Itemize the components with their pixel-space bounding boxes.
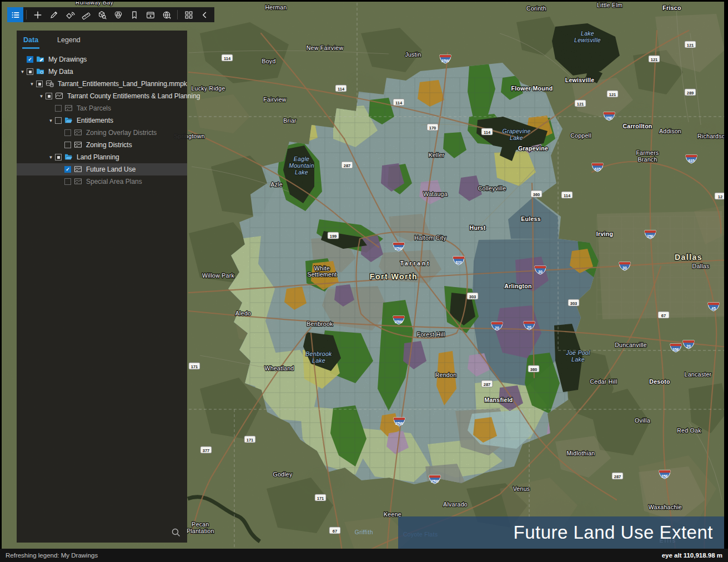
map-label: Watauga [423, 190, 448, 197]
svg-text:377: 377 [203, 448, 210, 453]
route-shield: 287 [342, 162, 353, 168]
tree-item-tarrant-entitlements-land-planning-mmpk[interactable]: ▼Tarrant_Entitlements_Land_Planning.mmpk [17, 78, 187, 90]
collapse-toolbar-button[interactable] [197, 7, 213, 22]
interstate-shield: 35W [440, 55, 451, 63]
map-label: Farmers [636, 149, 659, 156]
measure-button[interactable] [78, 7, 94, 22]
folder-open-icon [64, 153, 74, 161]
map-label: Richardson [697, 133, 728, 139]
map-label: Aledo [235, 310, 251, 317]
route-shield: 289 [685, 89, 696, 96]
visibility-checkbox[interactable] [64, 166, 71, 173]
map-icon [55, 92, 64, 100]
svg-text:35W: 35W [395, 422, 404, 425]
map-label: Benbrook [307, 320, 333, 327]
svg-text:114: 114 [564, 193, 571, 198]
svg-text:35W: 35W [431, 479, 439, 483]
route-shield: 171 [315, 494, 326, 501]
table-of-contents-button[interactable] [7, 7, 23, 22]
map-label: Lucky Ridge [191, 85, 225, 92]
visibility-checkbox[interactable] [55, 154, 62, 160]
map-label: Briar [283, 117, 297, 124]
route-shield: 377 [200, 446, 212, 453]
add-data-button[interactable] [29, 7, 46, 22]
map-label: Dallas [692, 263, 710, 269]
collapse-arrow[interactable]: ▼ [47, 155, 55, 160]
svg-text:45: 45 [711, 307, 716, 310]
svg-text:171: 171 [317, 496, 324, 501]
route-shield: 67 [658, 312, 669, 318]
map-title-text: Future Land Use Extent [513, 522, 713, 543]
layer-icon [74, 165, 83, 173]
panel-tabs: Data Legend [17, 31, 187, 49]
visibility-checkbox[interactable] [27, 68, 33, 75]
map-label: Justin [405, 51, 421, 58]
svg-text:20: 20 [495, 326, 499, 330]
route-shield: 303 [467, 293, 478, 299]
map-label: Benbrook [305, 350, 332, 357]
share-button[interactable] [158, 7, 174, 22]
map-label: Plantation [187, 528, 214, 534]
visibility-checkbox[interactable] [36, 81, 43, 87]
toolbar-separator [177, 10, 178, 19]
basemap-button[interactable] [110, 7, 126, 22]
map-label: New Fairview [307, 44, 344, 51]
visibility-checkbox[interactable] [64, 142, 71, 148]
visibility-checkbox[interactable] [64, 129, 71, 136]
tree-item-zoning-districts[interactable]: Zoning Districts [17, 139, 187, 151]
route-shield: 171 [244, 436, 255, 443]
visibility-checkbox[interactable] [46, 93, 52, 99]
map-label: Wheatland [265, 365, 294, 372]
svg-text:67: 67 [333, 529, 337, 534]
apps-button[interactable] [180, 7, 197, 22]
svg-text:12: 12 [718, 194, 722, 199]
visibility-checkbox[interactable] [55, 117, 62, 124]
collapse-arrow[interactable]: ▼ [28, 82, 36, 87]
tree-item-special-area-plans[interactable]: Special Area Plans [17, 175, 187, 188]
map-label: Lewisville [565, 77, 595, 83]
visibility-checkbox[interactable] [64, 178, 71, 185]
collapse-arrow[interactable]: ▼ [37, 94, 46, 99]
tree-item-my-drawings[interactable]: My Drawings [17, 53, 187, 66]
route-shield: 114 [481, 128, 493, 135]
map-label: Fairview [263, 96, 287, 103]
draw-icon [49, 10, 59, 20]
tree-item-entitlements[interactable]: ▼Entitlements [17, 114, 187, 127]
tab-data[interactable]: Data [22, 36, 39, 49]
gps-button[interactable] [62, 7, 78, 22]
svg-text:303: 303 [469, 294, 476, 299]
route-shield: 287 [612, 473, 623, 479]
map-label: Mountain [289, 162, 314, 169]
map-label: Waxahachie [649, 504, 682, 510]
tab-legend[interactable]: Legend [56, 36, 82, 49]
apps-icon [184, 10, 194, 20]
eye-altitude: eye alt 110,918.98 m [662, 552, 722, 559]
route-shield: 67 [329, 527, 340, 534]
tree-item-future-land-use[interactable]: Future Land Use [17, 163, 187, 175]
tree-item-land-planning[interactable]: ▼Land Planning [17, 151, 187, 163]
map-label: Corinth [526, 5, 546, 12]
animation-button[interactable] [142, 7, 158, 22]
collapse-arrow[interactable]: ▼ [47, 118, 55, 123]
draw-button[interactable] [46, 7, 62, 22]
tree-item-zoning-overlay-districts[interactable]: Zoning Overlay Districts [17, 127, 187, 139]
tree-item-tarrant-county-entitlements-land-planning[interactable]: ▼Tarrant County Entitlements & Land Plan… [17, 90, 187, 102]
map-label: Midlothian [567, 450, 595, 456]
visibility-checkbox[interactable] [55, 105, 62, 112]
svg-text:635: 635 [594, 167, 601, 171]
tree-item-tax-parcels[interactable]: Tax Parcels [17, 102, 187, 114]
search-icon[interactable] [170, 527, 182, 538]
map-label: Duncanville [615, 342, 647, 348]
map-label: Lewisville [574, 37, 601, 43]
svg-text:303: 303 [570, 301, 578, 306]
bookmarks-button[interactable] [126, 7, 142, 22]
folder-pencil-icon [36, 56, 46, 63]
map-label: Irving [596, 230, 613, 237]
tree-item-my-data[interactable]: ▼My Data [17, 66, 187, 78]
analysis-button[interactable] [94, 7, 110, 22]
map-label: Euless [521, 215, 541, 222]
folder-open-icon [64, 117, 74, 124]
interstate-shield: 35W [394, 418, 405, 426]
visibility-checkbox[interactable] [27, 56, 33, 63]
collapse-arrow[interactable]: ▼ [18, 69, 27, 74]
